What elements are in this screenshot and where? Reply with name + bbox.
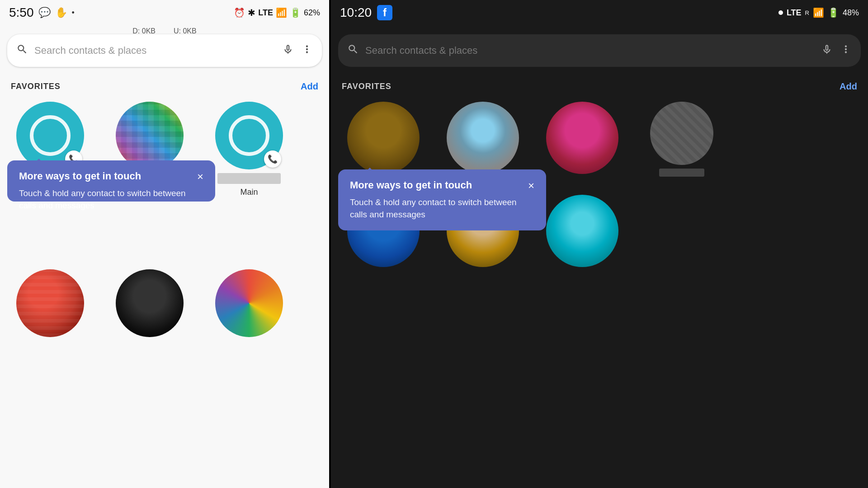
- avatar-wrap-2: [116, 102, 184, 169]
- tooltip-close-right[interactable]: ×: [528, 179, 534, 192]
- status-left-info: 5:50 💬 ✋ •: [9, 5, 75, 20]
- search-bar-right[interactable]: Search contacts & places: [338, 34, 861, 67]
- signal-icon: 📶: [276, 7, 287, 18]
- contact-2-right[interactable]: [438, 102, 528, 177]
- add-button-left[interactable]: Add: [301, 81, 318, 92]
- alarm-icon: ⏰: [234, 7, 245, 18]
- bluetooth-icon: ✱: [248, 7, 255, 18]
- upload-counter: U: 0KB: [174, 27, 197, 35]
- avatar-ring-3: [229, 115, 269, 156]
- contact-bottom-1-left[interactable]: [7, 269, 93, 337]
- mic-icon-right[interactable]: [821, 43, 833, 58]
- tooltip-close-left[interactable]: ×: [197, 170, 203, 183]
- favorites-header-left: FAVORITES Add: [0, 76, 329, 97]
- time-left: 5:50: [9, 5, 34, 20]
- battery-icon-right: 🔋: [828, 7, 839, 18]
- dot-indicator: [778, 10, 783, 15]
- status-icons-right: LTE R 📶 🔋 48%: [778, 7, 859, 18]
- search-bar-left[interactable]: Search contacts & places: [7, 34, 322, 67]
- tooltip-body-right: Touch & hold any contact to switch betwe…: [350, 197, 534, 221]
- search-placeholder-right: Search contacts & places: [365, 45, 821, 56]
- right-panel: 10:20 f LTE R 📶 🔋 48% Search contacts & …: [331, 0, 868, 488]
- contact-3-name: Main: [240, 188, 258, 197]
- avatar-2-right: [447, 102, 519, 174]
- contact-4-name-bar: [659, 169, 704, 177]
- hand-icon: ✋: [55, 7, 67, 19]
- phone-badge-3: 📞: [264, 150, 281, 168]
- tooltip-left: More ways to get in touch × Touch & hold…: [7, 160, 215, 202]
- avatar-4-right: [650, 102, 713, 165]
- status-right-left: ⏰ ✱ LTE 📶 🔋 62%: [234, 7, 320, 18]
- avatar-bottom-2: [116, 269, 184, 337]
- lte-superscript: R: [805, 9, 809, 16]
- search-placeholder-left: Search contacts & places: [34, 45, 282, 56]
- contact-4-right[interactable]: [637, 102, 727, 177]
- tooltip-header-left: More ways to get in touch ×: [19, 170, 203, 183]
- favorites-title-left: FAVORITES: [11, 82, 61, 91]
- message-icon: 💬: [38, 7, 51, 19]
- battery-pct-right: 48%: [843, 8, 859, 18]
- avatar-2: [116, 102, 184, 169]
- data-counter: D: 0KB U: 0KB: [132, 27, 196, 35]
- contact-name-bar: [217, 173, 281, 184]
- search-icon: [16, 43, 28, 58]
- more-options-icon-left[interactable]: [301, 43, 313, 58]
- avatar-1-right: [347, 102, 420, 174]
- contact-1-right[interactable]: More ways to get in touch × Touch & hold…: [338, 102, 429, 177]
- contacts-row-left: 📞 More ways to get in touch × Touch & ho…: [0, 97, 329, 202]
- more-options-icon-right[interactable]: [840, 43, 852, 58]
- tooltip-title-left: More ways to get in touch: [19, 170, 193, 182]
- dot-icon: •: [72, 8, 75, 18]
- contact-3-right[interactable]: [537, 102, 627, 177]
- time-right: 10:20: [340, 5, 372, 20]
- status-right-info: 10:20 f: [340, 5, 392, 20]
- download-counter: D: 0KB: [132, 27, 156, 35]
- avatar-bottom-3: [215, 269, 283, 337]
- favorites-title-right: FAVORITES: [342, 82, 392, 91]
- signal-icon-right: 📶: [813, 7, 824, 18]
- avatar-bottom-3-right: [546, 195, 618, 267]
- favorites-header-right: FAVORITES Add: [331, 76, 868, 97]
- avatar-ring-1: [30, 115, 71, 156]
- tooltip-right: More ways to get in touch × Touch & hold…: [338, 169, 546, 230]
- lte-label-right: LTE: [787, 8, 802, 18]
- tooltip-header-right: More ways to get in touch ×: [350, 179, 534, 192]
- facebook-icon: f: [377, 5, 392, 20]
- battery-icon: 🔋: [290, 7, 301, 18]
- avatar-3-right: [546, 102, 618, 174]
- add-button-right[interactable]: Add: [840, 81, 857, 92]
- avatar-wrap-3: 📞: [215, 102, 283, 169]
- status-bar-left: 5:50 💬 ✋ • ⏰ ✱ LTE 📶 🔋 62%: [0, 0, 329, 25]
- avatar-bottom-1: [16, 269, 84, 337]
- tooltip-body-left: Touch & hold any contact to switch betwe…: [19, 188, 203, 211]
- search-icon-right: [347, 43, 359, 58]
- left-panel: 5:50 💬 ✋ • ⏰ ✱ LTE 📶 🔋 62% D: 0KB U: 0KB…: [0, 0, 329, 488]
- battery-pct: 62%: [304, 8, 320, 18]
- contact-bottom-3-left[interactable]: [206, 269, 292, 337]
- contact-3-left[interactable]: 📞 Main: [206, 102, 292, 197]
- contacts-row-right: More ways to get in touch × Touch & hold…: [331, 97, 868, 181]
- contacts-bottom-row-left: [0, 265, 329, 342]
- tooltip-title-right: More ways to get in touch: [350, 179, 524, 191]
- contact-bottom-3-right[interactable]: [537, 195, 627, 267]
- lte-label: LTE: [258, 8, 273, 18]
- contact-bottom-2-left[interactable]: [107, 269, 193, 337]
- status-bar-right: 10:20 f LTE R 📶 🔋 48%: [331, 0, 868, 25]
- avatar-wrap-1: 📞: [16, 102, 84, 169]
- contact-1-left[interactable]: 📞 More ways to get in touch × Touch & ho…: [7, 102, 93, 197]
- mic-icon-left[interactable]: [282, 43, 294, 58]
